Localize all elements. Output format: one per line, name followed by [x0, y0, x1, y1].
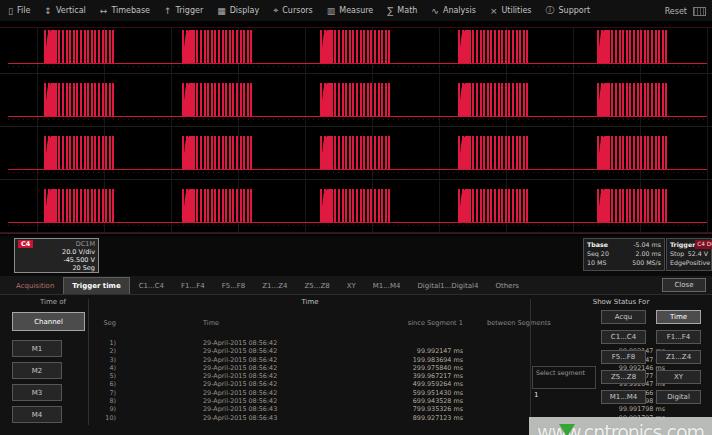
segment-burst — [182, 83, 252, 116]
menu-item-support[interactable]: ⓘSupport — [546, 4, 591, 17]
close-button[interactable]: Close — [662, 278, 706, 292]
menu-item-vertical[interactable]: ↕Vertical — [44, 6, 86, 16]
timebase-rate: 500 MS/s — [632, 258, 661, 267]
menu-item-display[interactable]: ▦Display — [217, 6, 259, 16]
trigger-source-badge: C4 DC — [695, 240, 712, 249]
grid-row-separator — [0, 73, 712, 74]
status-f1-f4-button[interactable]: F1...F4 — [656, 330, 701, 344]
oscilloscope-screen: ▯File ↕Vertical ↔Timebase ↑Trigger ▦Disp… — [0, 0, 712, 435]
channel-vdiv: 20.0 V/div — [18, 248, 95, 256]
channel-coupling: DC1M — [76, 240, 95, 248]
grid-row-separator — [0, 126, 712, 127]
status-f5-f8-button[interactable]: F5...F8 — [601, 350, 646, 364]
segment-burst — [597, 136, 667, 169]
segment-burst — [320, 189, 390, 222]
grid-border-top — [0, 27, 712, 28]
menu-item-timebase[interactable]: ↔Timebase — [100, 6, 150, 16]
vertical-arrows-icon: ↕ — [44, 6, 52, 16]
tab-xy[interactable]: XY — [339, 278, 364, 294]
watermark: www.cntronics.com — [529, 417, 712, 435]
select-segment-field[interactable]: Select segment — [532, 366, 596, 389]
tab-f1-f4[interactable]: F1...F4 — [173, 278, 213, 294]
cursor-crosshair-icon: ⌖ — [273, 5, 278, 16]
segment-burst — [597, 189, 667, 222]
timebase-descriptor[interactable]: Tbase-5.04 ms Seq 202.00 ms 10 MS500 MS/… — [583, 238, 665, 271]
menu-item-utilities[interactable]: ×Utilities — [490, 6, 532, 16]
trace-dotted-ticks — [8, 225, 707, 226]
m4-button[interactable]: M4 — [12, 406, 62, 423]
channel-descriptor-c4[interactable]: C4 DC1M 20.0 V/div -45.500 V 20 Seg — [14, 238, 99, 273]
dialog-tab-bar: Acquisition Trigger time C1...C4 F1...F4… — [0, 276, 712, 295]
tab-f5-f8[interactable]: F5...F8 — [214, 278, 254, 294]
select-segment-value[interactable]: 1 — [534, 391, 538, 399]
trace-dotted-ticks — [8, 119, 707, 120]
menu-item-analysis[interactable]: ∿Analysis — [431, 6, 476, 16]
trigger-mode: Stop — [670, 249, 684, 258]
col-since: since Segment 1 — [366, 319, 463, 327]
menu-item-trigger[interactable]: ↑Trigger — [164, 6, 203, 16]
table-row: 3)29-April-2015 08:56:42199.983694 ms99.… — [90, 356, 530, 364]
menu-item-math[interactable]: ∑Math — [387, 6, 417, 16]
channel-offset: -45.500 V — [18, 256, 95, 264]
divider-left — [88, 299, 89, 425]
status-acqu-button[interactable]: Acqu — [601, 310, 646, 324]
table-row: 8)29-April-2015 08:56:42699.943528 ms99.… — [90, 397, 530, 405]
analysis-wave-icon: ∿ — [431, 6, 439, 16]
status-z1-z4-button[interactable]: Z1...Z4 — [656, 350, 701, 364]
reset-button[interactable]: Reset — [665, 7, 687, 16]
menu-item-cursors[interactable]: ⌖Cursors — [273, 5, 313, 16]
trace-baseline — [8, 222, 707, 223]
time-of-label: Time of — [18, 298, 88, 306]
table-row: 5)29-April-2015 08:56:42399.967217 ms99.… — [90, 372, 530, 380]
trace-baseline — [8, 116, 707, 117]
timebase-per-div: 2.00 ms — [636, 249, 661, 258]
waveform-grid — [0, 22, 712, 236]
tab-z1-z4[interactable]: Z1...Z4 — [254, 278, 295, 294]
tab-digital1-digital4[interactable]: Digital1...Digital4 — [409, 278, 486, 294]
timebase-seq: Seq 20 — [587, 249, 609, 258]
trigger-edge-icon: ↑ — [164, 6, 172, 16]
display-grid-icon: ▦ — [217, 6, 226, 16]
status-z5-z8-button[interactable]: Z5...Z8 — [601, 370, 646, 384]
m2-button[interactable]: M2 — [12, 362, 62, 379]
menu-item-measure[interactable]: ▥Measure — [327, 6, 374, 16]
segment-table: 1)29-April-2015 08:56:42 2)29-April-2015… — [90, 339, 530, 422]
status-c1-c4-button[interactable]: C1...C4 — [601, 330, 646, 344]
grid-row-separator — [0, 179, 712, 180]
segment-burst — [320, 30, 390, 63]
trace-baseline — [8, 169, 707, 170]
m3-button[interactable]: M3 — [12, 384, 62, 401]
col-seg: Seg — [90, 319, 116, 327]
status-m1-m4-button[interactable]: M1...M4 — [601, 390, 646, 404]
measure-icon: ▥ — [327, 6, 336, 16]
segment-burst — [320, 136, 390, 169]
tab-m1-m4[interactable]: M1...M4 — [365, 278, 409, 294]
time-section-header: Time — [90, 298, 530, 306]
tab-others[interactable]: Others — [487, 278, 527, 294]
status-xy-button[interactable]: XY — [656, 370, 701, 384]
trigger-descriptor[interactable]: TriggerC4 DC Stop52.4 V EdgePositive — [666, 238, 712, 271]
tab-trigger-time[interactable]: Trigger time — [63, 277, 129, 294]
channel-select-button[interactable]: Channel — [12, 312, 85, 331]
trigger-level: 52.4 V — [688, 249, 708, 258]
timebase-delay: -5.04 ms — [633, 240, 661, 249]
grid-border-bottom — [0, 233, 712, 234]
tab-acquisition[interactable]: Acquisition — [8, 278, 62, 294]
tab-c1-c4[interactable]: C1...C4 — [131, 278, 172, 294]
segment-burst — [597, 83, 667, 116]
show-status-for-label: Show Status For — [530, 298, 712, 306]
channel-badge: C4 — [18, 240, 33, 248]
support-info-icon: ⓘ — [546, 4, 555, 17]
keyboard-icon[interactable] — [693, 7, 706, 16]
table-row: 6)29-April-2015 08:56:42499.959264 ms99.… — [90, 380, 530, 388]
m1-button[interactable]: M1 — [12, 340, 62, 357]
segment-burst — [320, 83, 390, 116]
table-row: 1)29-April-2015 08:56:42 — [90, 339, 530, 347]
status-time-button[interactable]: Time — [656, 310, 701, 324]
status-digital-button[interactable]: Digital — [656, 390, 701, 404]
trace-dotted-ticks — [8, 172, 707, 173]
trigger-slope: Positive — [686, 258, 710, 267]
tab-z5-z8[interactable]: Z5...Z8 — [296, 278, 337, 294]
trace-baseline — [8, 63, 707, 64]
menu-item-file[interactable]: ▯File — [8, 6, 30, 16]
